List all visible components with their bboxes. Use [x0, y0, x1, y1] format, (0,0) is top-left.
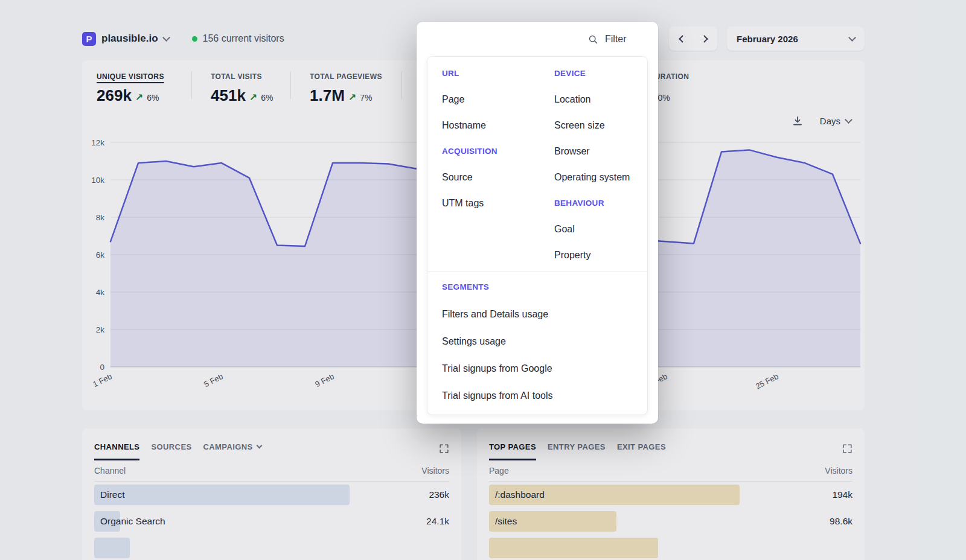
- filter-option-location[interactable]: Location: [554, 86, 647, 112]
- search-icon: [588, 34, 598, 45]
- filter-option-goal[interactable]: Goal: [554, 216, 647, 242]
- filter-option-page[interactable]: Page: [442, 86, 554, 112]
- filter-option-utm-tags[interactable]: UTM tags: [442, 190, 554, 216]
- filter-search-input[interactable]: [604, 33, 644, 45]
- filter-group-title-acquisition: ACQUISITION: [442, 138, 554, 164]
- filter-option-screen-size[interactable]: Screen size: [554, 112, 647, 138]
- filter-modal: URL Page Hostname ACQUISITION Source UTM…: [417, 22, 658, 424]
- segment-settings-usage[interactable]: Settings usage: [442, 328, 633, 355]
- filter-search[interactable]: [588, 33, 644, 45]
- filter-option-hostname[interactable]: Hostname: [442, 112, 554, 138]
- segments-section: SEGMENTS Filters and Details usage Setti…: [427, 272, 647, 409]
- segments-title: SEGMENTS: [442, 273, 633, 301]
- filter-modal-body: URL Page Hostname ACQUISITION Source UTM…: [427, 57, 647, 415]
- filter-column-right: DEVICE Location Screen size Browser Oper…: [554, 60, 647, 268]
- filter-option-operating-system[interactable]: Operating system: [554, 164, 647, 190]
- filter-group-title-behaviour: BEHAVIOUR: [554, 190, 647, 216]
- filter-option-property[interactable]: Property: [554, 242, 647, 268]
- filter-option-browser[interactable]: Browser: [554, 138, 647, 164]
- segment-trial-signups-from-google[interactable]: Trial signups from Google: [442, 355, 633, 382]
- filter-group-title-url: URL: [442, 60, 554, 86]
- filter-option-source[interactable]: Source: [442, 164, 554, 190]
- segment-filters-and-details-usage[interactable]: Filters and Details usage: [442, 301, 633, 328]
- segment-trial-signups-from-ai-tools[interactable]: Trial signups from AI tools: [442, 382, 633, 409]
- filter-column-left: URL Page Hostname ACQUISITION Source UTM…: [442, 60, 554, 268]
- filter-group-title-device: DEVICE: [554, 60, 647, 86]
- filter-modal-header: [417, 22, 658, 57]
